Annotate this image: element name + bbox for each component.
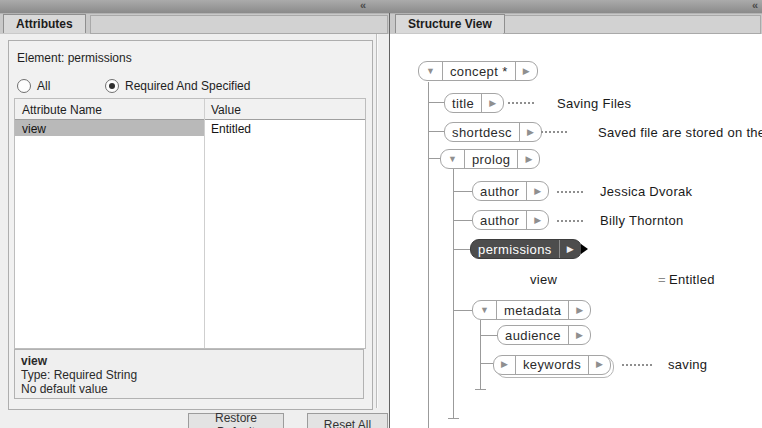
column-divider [204,99,205,348]
tab-structure-view[interactable]: Structure View [395,14,505,33]
permissions-attr-name[interactable]: view [530,272,557,287]
reset-all-button[interactable]: Reset All [307,413,388,428]
node-metadata[interactable]: ▼ metadata ▶ [472,300,591,320]
node-concept-label[interactable]: concept * [442,62,515,80]
radio-required-label: Required And Specified [125,79,250,93]
expand-right-icon[interactable]: ▶ [517,150,539,168]
tree-line-metadata [480,320,481,389]
column-header-value: Value [211,103,241,117]
node-author-2[interactable]: author ▶ [472,210,549,230]
expand-right-icon[interactable]: ▶ [568,326,590,344]
expand-right-icon[interactable]: ▶ [515,62,537,80]
text-leader-dots [541,131,567,133]
node-shortdesc[interactable]: shortdesc ▶ [444,122,542,142]
attribute-table-header: Attribute Name Value [15,99,365,120]
node-author-1-text[interactable]: Jessica Dvorak [600,184,692,199]
node-permissions-label[interactable]: permissions [471,240,559,258]
tree-line-prolog [453,169,454,418]
node-author-1[interactable]: author ▶ [472,181,549,201]
radio-all-label: All [37,79,50,93]
node-concept[interactable]: ▼ concept * ▶ [418,61,538,81]
node-title[interactable]: title ▶ [444,93,504,113]
tree-connector-prolog [428,158,440,159]
structure-tabwell [503,15,761,34]
panel-divider [389,13,390,34]
tree-connector-permissions [453,249,470,250]
expand-right-icon[interactable]: ▶ [588,356,610,374]
node-audience-label[interactable]: audience [498,326,568,344]
attribute-value-cell[interactable]: Entitled [211,122,251,136]
expand-right-icon[interactable]: ▶ [568,301,590,319]
node-prolog[interactable]: ▼ prolog ▶ [440,149,540,169]
node-keywords-label[interactable]: keywords [515,356,588,374]
insertion-cursor-icon [581,244,588,254]
panel-inner-edge [376,34,377,408]
restore-default-button[interactable]: Restore Default [188,413,284,428]
expand-right-icon[interactable]: ▶ [526,182,548,200]
collapse-right-panel-icon[interactable]: « [752,0,758,12]
collapse-down-icon[interactable]: ▼ [473,301,496,319]
node-shortdesc-label[interactable]: shortdesc [445,123,519,141]
attribute-info-box: view Type: Required String No default va… [14,349,364,399]
application-window: « « Attributes Structure View Element: p… [0,0,762,428]
attributes-groupbox: Element: permissions All Required And Sp… [8,40,373,410]
dock-top-bar: « « [0,0,762,14]
node-author-2-text[interactable]: Billy Thornton [600,213,683,228]
attributes-panel: Element: permissions All Required And Sp… [0,34,389,428]
node-title-text[interactable]: Saving Files [557,96,631,111]
text-leader-dots [622,364,652,366]
text-leader-dots [508,102,534,104]
radio-required-icon[interactable] [105,79,119,93]
node-title-label[interactable]: title [445,94,481,112]
text-leader-dots [557,191,583,193]
attribute-name-cell[interactable]: view [22,122,46,136]
tree-connector-audience [480,335,497,336]
radio-required-and-specified[interactable]: Required And Specified [105,79,250,93]
column-header-attribute-name: Attribute Name [22,103,102,117]
permissions-attr-value[interactable]: Entitled [669,272,715,287]
collapse-down-icon[interactable]: ▼ [441,150,464,168]
permissions-attr-equals: = [658,272,666,287]
tree-line-prolog-end [448,418,459,419]
expand-right-icon[interactable]: ▶ [481,94,503,112]
tree-connector-shortdesc [428,131,444,132]
collapse-down-icon[interactable]: ▼ [419,62,442,80]
node-prolog-label[interactable]: prolog [464,150,518,168]
node-keywords-text[interactable]: saving [668,357,707,372]
attribute-table[interactable]: Attribute Name Value view Entitled [14,98,366,349]
structure-tabstrip: Structure View [390,13,762,35]
node-permissions[interactable]: permissions ▶ [470,239,582,259]
node-metadata-label[interactable]: metadata [496,301,568,319]
node-shortdesc-text[interactable]: Saved file are stored on the [598,125,762,140]
collapse-left-panel-icon[interactable]: « [360,0,366,12]
tab-attributes[interactable]: Attributes [3,14,86,33]
expand-right-icon[interactable]: ▶ [519,123,541,141]
attributes-tabstrip: Attributes [0,13,389,35]
node-author-1-label[interactable]: author [473,182,526,200]
info-attribute-type: Type: Required String [21,368,363,382]
tree-connector-keywords [480,363,493,364]
radio-all[interactable]: All [17,79,50,93]
radio-all-icon[interactable] [17,79,31,93]
tree-line-metadata-end [475,389,486,390]
info-attribute-name: view [21,354,363,368]
tree-connector-author2 [453,220,472,221]
tree-line-concept [428,82,429,428]
info-attribute-default: No default value [21,382,363,396]
tree-connector-title [428,102,444,103]
expand-right-icon[interactable]: ▶ [526,211,548,229]
expand-right-icon[interactable]: ▶ [559,240,581,258]
tree-connector-author1 [453,191,472,192]
structure-view-panel: ▼ concept * ▶ title ▶ Saving Files short… [389,34,762,428]
node-keywords-stack: ▶ keywords ▶ [493,353,611,375]
expand-collapsed-icon[interactable]: ▶ [494,356,515,374]
node-author-2-label[interactable]: author [473,211,526,229]
attributes-tabwell [90,15,388,34]
text-leader-dots [557,220,583,222]
node-audience[interactable]: audience ▶ [497,325,591,345]
element-label: Element: permissions [17,51,132,65]
tree-connector-metadata [453,310,472,311]
node-keywords[interactable]: ▶ keywords ▶ [493,355,611,375]
